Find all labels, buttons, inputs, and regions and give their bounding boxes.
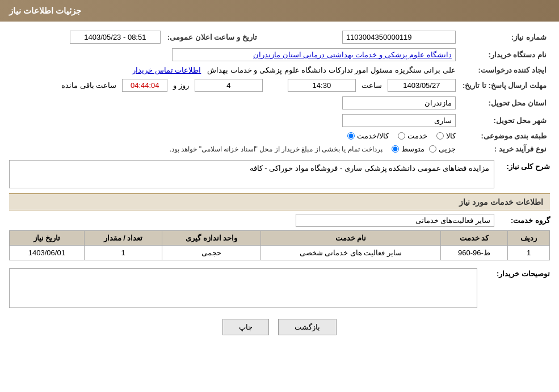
- garohKhadamat-value: سایر فعالیت‌های خدماتی: [296, 214, 494, 227]
- mohlat-remaining-label: ساعت باقی مانده: [61, 81, 116, 90]
- mohlat-label: مهلت ارسال پاسخ: تا تاریخ:: [459, 77, 550, 94]
- notes-textarea[interactable]: [9, 268, 477, 308]
- tabaqe-kala-label: کالا: [446, 132, 456, 140]
- cell-radif: 1: [508, 246, 550, 260]
- mohlat-time-box: 14:30: [288, 79, 356, 92]
- print-button[interactable]: چاپ: [222, 319, 269, 335]
- tarikh-box: 1403/05/23 - 08:51: [70, 31, 161, 44]
- mohlat-row: 1403/05/27 ساعت 14:30 4 روز و 04:44:04 س…: [9, 77, 459, 94]
- mohlat-date-box: 1403/05/27: [388, 79, 456, 92]
- page-header: جزئیات اطلاعات نیاز: [0, 0, 559, 22]
- khadamatInfo-header: اطلاعات خدمات مورد نیاز: [9, 193, 550, 210]
- button-row: بازگشت چاپ: [9, 319, 550, 344]
- info-table: شماره نیاز: 1103004350000119 تاریخ و ساع…: [9, 28, 550, 155]
- sharhKoli-box: مزایده فضاهای عمومی دانشکده پزشکی ساری -…: [9, 160, 494, 188]
- cell-tarikh: 1403/06/01: [10, 246, 85, 260]
- noeFarayand-jozei-radio[interactable]: [429, 145, 436, 153]
- noeFarayand-jozei-label: جزیی: [439, 145, 456, 153]
- garohKhadamat-row: گروه خدمت: سایر فعالیت‌های خدماتی: [9, 214, 550, 227]
- tabaqe-kala-radio[interactable]: [436, 132, 444, 140]
- shahr-value: ساری: [9, 112, 459, 129]
- shahr-label: شهر محل تحویل:: [459, 112, 550, 129]
- garohKhadamat-label: گروه خدمت:: [499, 216, 550, 225]
- page-title: جزئیات اطلاعات نیاز: [9, 6, 81, 15]
- mohlat-time-label: ساعت: [362, 81, 382, 90]
- cell-tedad: 1: [84, 246, 162, 260]
- col-kod: کد خدمت: [440, 231, 507, 246]
- mohlat-countdown-box: 04:44:04: [122, 79, 167, 92]
- tabaqe-kala-khadamat-label: کالا/خدمت: [357, 132, 389, 140]
- noeFarayand-mottaset-radio[interactable]: [392, 145, 399, 153]
- noeFarayand-label: نوع فرآیند خرید :: [459, 142, 550, 155]
- noeFarayand-mottaset-label: متوسط: [401, 145, 424, 153]
- col-radif: ردیف: [508, 231, 550, 246]
- notes-row: توصیحات خریدار:: [9, 266, 550, 310]
- shahr-box: ساری: [342, 114, 456, 127]
- ostan-box: مازندران: [342, 96, 456, 109]
- shomareNiaz-value: 1103004350000119: [268, 28, 459, 46]
- namDastgah-label: نام دستگاه خریدار:: [459, 46, 550, 64]
- namDastgah-value: دانشگاه علوم پزشکی و خدمات بهداشتی درمان…: [9, 46, 459, 64]
- cell-namKhadamat: سایر فعالیت های خدماتی شخصی: [261, 246, 441, 260]
- ijadKonande-value: علی برانی سنگریزه مسئول امور تدارکات دان…: [9, 64, 459, 77]
- tabaqe-kala-khadamat-radio[interactable]: [347, 132, 355, 140]
- ijadKonande-text: علی برانی سنگریزه مسئول امور تدارکات دان…: [207, 66, 456, 74]
- col-nam: نام خدمت: [261, 231, 441, 246]
- col-vahed: واحد اندازه گیری: [162, 231, 261, 246]
- tarikh-label: تاریخ و ساعت اعلان عمومی:: [164, 28, 268, 46]
- notes-label: توصیحات خریدار:: [482, 266, 550, 278]
- back-button[interactable]: بازگشت: [278, 319, 337, 335]
- shomareNiaz-label: شماره نیاز:: [459, 28, 550, 46]
- tarikh-value: 1403/05/23 - 08:51: [9, 28, 164, 46]
- tabaqe-radios: کالا خدمت کالا/خدمت: [9, 129, 459, 142]
- table-row: 1ط-96-960سایر فعالیت های خدماتی شخصیحجمی…: [10, 246, 550, 260]
- noeFarayand-radios: جزیی متوسط پرداخت تمام یا بخشی از مبلغ خ…: [9, 142, 459, 155]
- contact-link[interactable]: اطلاعات تماس خریدار: [132, 66, 201, 74]
- sharhKoli-row: شرح کلی نیاز: مزایده فضاهای عمومی دانشکد…: [9, 160, 550, 188]
- ijadKonande-label: ایجاد کننده درخواست:: [459, 64, 550, 77]
- col-tarikh: تاریخ نیاز: [10, 231, 85, 246]
- cell-vahed: حجمی: [162, 246, 261, 260]
- cell-kodKhadamat: ط-96-960: [440, 246, 507, 260]
- sharhKoli-content: مزایده فضاهای عمومی دانشکده پزشکی ساری -…: [9, 160, 494, 188]
- shomareNiaz-box: 1103004350000119: [342, 31, 456, 44]
- sharhKoli-label: شرح کلی نیاز:: [499, 160, 550, 171]
- mohlat-days-label: روز و: [173, 81, 189, 90]
- col-tedad: تعداد / مقدار: [84, 231, 162, 246]
- garohKhadamat-box: سایر فعالیت‌های خدماتی: [296, 214, 494, 227]
- namDastgah-box: دانشگاه علوم پزشکی و خدمات بهداشتی درمان…: [172, 48, 456, 61]
- noeFarayand-note: پرداخت تمام یا بخشی از مبلغ خریدار از مح…: [170, 145, 383, 153]
- mohlat-days-box: 4: [195, 79, 263, 92]
- notes-content: [9, 266, 477, 310]
- tabaqe-khadamat-radio[interactable]: [398, 132, 405, 140]
- tabaqe-khadamat-label: خدمت: [407, 132, 427, 140]
- tabaqe-label: طبقه بندی موضوعی:: [459, 129, 550, 142]
- ostan-label: استان محل تحویل:: [459, 94, 550, 112]
- services-table: ردیف کد خدمت نام خدمت واحد اندازه گیری ت…: [9, 230, 550, 260]
- ostan-value: مازندران: [9, 94, 459, 112]
